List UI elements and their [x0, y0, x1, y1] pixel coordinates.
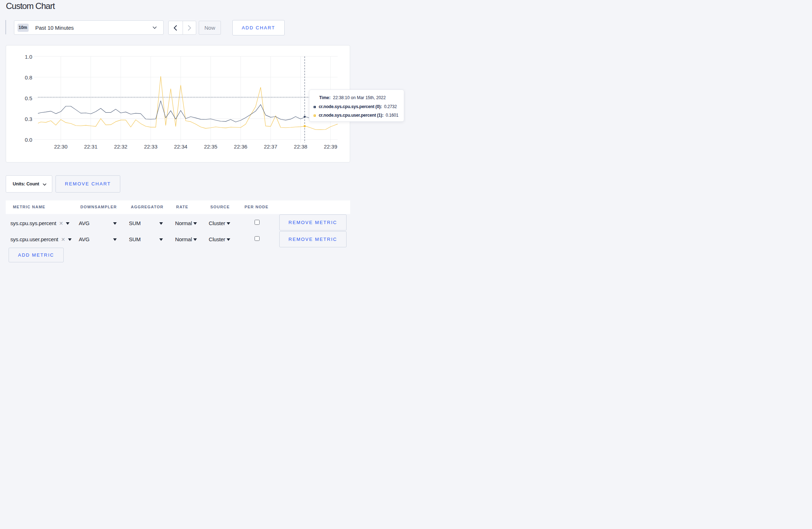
svg-text:22:37: 22:37	[264, 144, 277, 150]
svg-text:22:35: 22:35	[204, 144, 218, 150]
svg-text:22:38: 22:38	[294, 144, 308, 150]
svg-text:0.8: 0.8	[25, 74, 32, 81]
svg-text:0.0: 0.0	[25, 137, 32, 143]
svg-text:22:31: 22:31	[84, 144, 98, 150]
svg-text:22:33: 22:33	[144, 144, 158, 150]
svg-text:22:32: 22:32	[114, 144, 127, 150]
svg-text:22:39: 22:39	[324, 144, 338, 150]
svg-text:1.0: 1.0	[25, 54, 32, 60]
svg-text:0.3: 0.3	[25, 116, 32, 122]
svg-text:22:36: 22:36	[234, 144, 247, 150]
svg-text:0.5: 0.5	[25, 95, 32, 101]
svg-text:22:30: 22:30	[54, 144, 68, 150]
svg-text:22:34: 22:34	[174, 144, 188, 150]
